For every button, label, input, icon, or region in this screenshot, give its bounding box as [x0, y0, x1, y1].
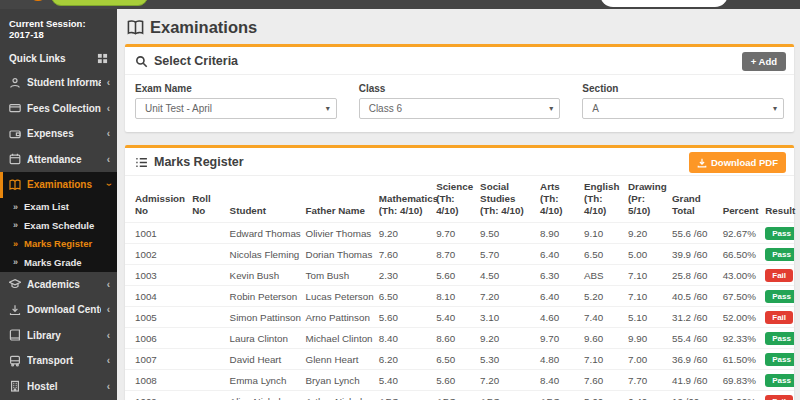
criteria-fields: Exam NameUnit Test - April▾ClassClass 6▾… [125, 75, 794, 132]
quick-links-item[interactable]: Quick Links [0, 47, 117, 70]
table-cell: Michael Clinton [304, 328, 377, 349]
table-cell: 8.10 [434, 286, 478, 307]
chevron-left-icon: ‹ [107, 304, 110, 315]
add-button[interactable]: + Add [742, 52, 786, 71]
section-label: Section [582, 83, 784, 94]
result-badge: Pass [765, 332, 794, 345]
sidebar-subitem-label: Marks Grade [24, 257, 82, 268]
chevron-left-icon: ‹ [107, 103, 110, 114]
sidebar-item-hostel[interactable]: Hostel‹ [0, 374, 117, 400]
chevron-left-icon: ‹ [107, 154, 110, 165]
table-cell [190, 286, 227, 307]
sidebar-item-expenses[interactable]: Expenses‹ [0, 121, 117, 147]
table-cell: Edward Thomas [228, 223, 304, 244]
sidebar-item-examinations[interactable]: Examinations‹ [0, 172, 117, 198]
table-cell: 8.70 [434, 244, 478, 265]
chevron-left-icon: ‹ [107, 128, 110, 139]
section-select[interactable]: A▾ [582, 98, 784, 119]
table-cell [190, 223, 227, 244]
sidebar-subitem-exam-list[interactable]: »Exam List [0, 198, 117, 217]
exam-name-select[interactable]: Unit Test - April▾ [135, 98, 337, 119]
sidebar-item-attendance[interactable]: Attendance‹ [0, 147, 117, 173]
sidebar-subitem-marks-register[interactable]: »Marks Register [0, 235, 117, 254]
result-badge: Pass [765, 353, 794, 366]
table-cell: 6.50 [377, 286, 434, 307]
result-cell: Pass [763, 223, 794, 244]
column-header: Arts(Th: 4/10) [538, 176, 582, 223]
sidebar-item-transport[interactable]: Transport‹ [0, 348, 117, 374]
grid-icon [97, 53, 108, 64]
column-header: Science(Th: 4/10) [434, 176, 478, 223]
brand-logo[interactable]: Smart School [28, 0, 148, 6]
table-cell: 9.20 [377, 223, 434, 244]
table-row: 1008Emma LynchBryan Lynch5.405.607.208.4… [125, 370, 794, 391]
table-cell: Olivier Thomas [304, 223, 377, 244]
chevron-down-icon: ▾ [326, 104, 330, 113]
table-cell: 5.60 [377, 307, 434, 328]
table-cell: Emma Lynch [228, 370, 304, 391]
column-header: Father Name [304, 176, 377, 223]
table-cell: 36.9 /60 [670, 349, 721, 370]
table-cell: 55.6 /60 [670, 223, 721, 244]
table-row: 1006Laura ClintonMichael Clinton8.408.60… [125, 328, 794, 349]
table-cell: 6.40 [538, 286, 582, 307]
sidebar-item-label: Transport [27, 355, 101, 366]
table-cell: 20.00% [721, 391, 764, 400]
table-cell: 7.00 [626, 349, 670, 370]
cap-icon [9, 278, 21, 290]
table-cell: 5.00 [626, 244, 670, 265]
sidebar-subitem-label: Marks Register [24, 238, 92, 249]
table-cell: 8.40 [377, 328, 434, 349]
sidebar-item-label: Academics [27, 279, 101, 290]
sidebar-item-fees-collection[interactable]: Fees Collection‹ [0, 96, 117, 122]
sidebar-item-library[interactable]: Library‹ [0, 323, 117, 349]
chevron-left-icon: ‹ [107, 381, 110, 392]
class-select[interactable]: Class 6▾ [359, 98, 561, 119]
table-cell: ABS [377, 391, 434, 400]
double-arrow-icon: » [13, 257, 18, 267]
download-pdf-button[interactable]: Download PDF [689, 152, 786, 173]
column-header: Mathematics(Th: 4/10) [377, 176, 434, 223]
class-selected-value: Class 6 [369, 103, 402, 114]
table-cell: 7.10 [582, 349, 626, 370]
chevron-down-icon: ▾ [773, 104, 777, 113]
table-cell [190, 307, 227, 328]
table-cell: 8.40 [538, 370, 582, 391]
table-cell: 61.50% [721, 349, 764, 370]
school-name-title: Mount Carmel School [170, 0, 467, 7]
marks-table: Admission NoRoll NoStudentFather NameMat… [125, 176, 794, 400]
table-cell: 6.50 [434, 349, 478, 370]
table-cell: 7.20 [478, 370, 538, 391]
sidebar-subitem-marks-grade[interactable]: »Marks Grade [0, 253, 117, 272]
table-cell: 41.9 /60 [670, 370, 721, 391]
sidebar-item-download-center[interactable]: Download Center‹ [0, 297, 117, 323]
table-cell: 4.80 [538, 349, 582, 370]
result-badge: Pass [765, 248, 794, 261]
sidebar-subitem-exam-schedule[interactable]: »Exam Schedule [0, 216, 117, 235]
table-cell: 1008 [125, 370, 190, 391]
table-cell: 5.40 [434, 307, 478, 328]
result-badge: Pass [765, 227, 794, 240]
header-search-input[interactable] [600, 0, 728, 7]
sidebar-item-label: Hostel [27, 381, 101, 392]
result-cell: Pass [763, 328, 794, 349]
table-row: 1009Alice NicholsonArthur NicholsonABSAB… [125, 391, 794, 400]
exam-name-selected-value: Unit Test - April [145, 103, 212, 114]
table-row: 1007David HeartGlenn Heart6.206.505.304.… [125, 349, 794, 370]
building-icon [9, 380, 21, 392]
table-cell: 1007 [125, 349, 190, 370]
graduation-cap-logo-icon [28, 0, 48, 5]
table-cell [190, 265, 227, 286]
quick-links-label: Quick Links [9, 53, 66, 64]
table-cell: 6.40 [626, 391, 670, 400]
sidebar-item-student-information[interactable]: Student Information‹ [0, 70, 117, 96]
table-cell: 31.2 /60 [670, 307, 721, 328]
select-criteria-panel: Select Criteria + Add Exam NameUnit Test… [125, 44, 794, 132]
column-header: Result [763, 176, 794, 223]
column-header: English(Th: 4/10) [582, 176, 626, 223]
sidebar-item-academics[interactable]: Academics‹ [0, 272, 117, 298]
table-cell: 69.83% [721, 370, 764, 391]
table-cell: 7.60 [377, 244, 434, 265]
table-cell: 9.90 [626, 328, 670, 349]
table-cell: 7.60 [582, 370, 626, 391]
